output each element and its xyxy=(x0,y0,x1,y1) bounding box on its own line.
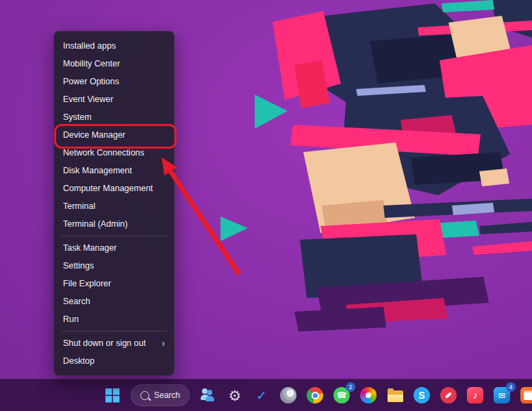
taskbar-apps: Search ⚙ ✓ ☎ 2 xyxy=(100,379,532,411)
menu-item-installed-apps[interactable]: Installed apps xyxy=(57,37,171,55)
taskbar-app-skype[interactable]: S xyxy=(409,382,434,409)
menu-item-label: Terminal (Admin) xyxy=(63,215,127,233)
menu-item-label: Installed apps xyxy=(63,37,116,55)
menu-separator xyxy=(61,236,167,236)
menu-item-network-connections[interactable]: Network Connections xyxy=(57,144,171,162)
taskbar-app-chrome[interactable] xyxy=(303,382,327,409)
music-note-icon: ♪ xyxy=(467,387,483,403)
taskbar-app-settings[interactable]: ⚙ xyxy=(223,382,247,409)
menu-item-label: Computer Management xyxy=(63,179,153,197)
gear-icon: ⚙ xyxy=(227,387,243,403)
taskbar-app-people[interactable] xyxy=(196,382,220,409)
taskbar-app-whatsapp[interactable]: ☎ 2 xyxy=(329,382,354,409)
menu-item-settings[interactable]: Settings xyxy=(57,257,171,275)
menu-item-shutdown-signout[interactable]: Shut down or sign out › xyxy=(57,334,171,352)
menu-item-file-explorer[interactable]: File Explorer xyxy=(57,275,171,292)
menu-item-label: File Explorer xyxy=(63,275,111,292)
menu-item-label: Settings xyxy=(63,257,94,275)
menu-item-task-manager[interactable]: Task Manager xyxy=(57,239,171,257)
taskbar-app-file-explorer[interactable] xyxy=(383,382,407,409)
taskbar-search-button[interactable]: Search xyxy=(131,384,190,406)
red-app-icon xyxy=(440,387,457,403)
pinwheel-icon xyxy=(360,387,377,403)
search-icon xyxy=(140,391,149,400)
folder-icon xyxy=(388,390,403,402)
menu-item-computer-management[interactable]: Computer Management xyxy=(57,179,171,197)
menu-item-mobility-center[interactable]: Mobility Center xyxy=(57,55,171,73)
chevron-right-icon: › xyxy=(162,334,165,352)
chrome-icon xyxy=(307,387,323,403)
menu-item-label: Terminal xyxy=(63,197,95,215)
search-label: Search xyxy=(154,390,180,400)
menu-item-label: Event Viewer xyxy=(63,90,113,108)
taskbar-app-photos[interactable] xyxy=(356,382,381,409)
menu-separator xyxy=(61,331,167,332)
taskbar-app-calendar[interactable] xyxy=(516,382,532,409)
menu-item-label: Device Manager xyxy=(63,126,125,144)
winx-menu: Installed apps Mobility Center Power Opt… xyxy=(53,31,175,376)
desktop: Installed apps Mobility Center Power Opt… xyxy=(0,0,532,411)
menu-item-system[interactable]: System xyxy=(57,108,171,126)
menu-item-label: Shut down or sign out xyxy=(63,334,146,352)
taskbar-app-todo[interactable]: ✓ xyxy=(249,382,274,409)
calendar-icon xyxy=(520,387,532,403)
people-icon xyxy=(200,387,216,403)
taskbar-app-copilot[interactable] xyxy=(276,382,301,409)
taskbar-app-music[interactable]: ♪ xyxy=(463,382,487,409)
whatsapp-badge: 2 xyxy=(346,382,355,392)
taskbar-app-red[interactable] xyxy=(436,382,461,409)
menu-item-label: Task Manager xyxy=(63,239,117,257)
skype-icon: S xyxy=(414,387,430,403)
taskbar-app-mail[interactable]: ✉ 4 xyxy=(490,382,514,409)
menu-item-run[interactable]: Run xyxy=(57,310,171,328)
menu-item-event-viewer[interactable]: Event Viewer xyxy=(57,90,171,108)
mail-badge: 4 xyxy=(506,382,516,392)
menu-item-terminal[interactable]: Terminal xyxy=(57,197,171,215)
menu-item-device-manager[interactable]: Device Manager xyxy=(57,126,171,144)
menu-item-label: Power Options xyxy=(63,73,119,90)
taskbar: Search ⚙ ✓ ☎ 2 xyxy=(0,379,532,411)
menu-item-label: System xyxy=(63,108,92,126)
menu-item-label: Run xyxy=(63,310,79,328)
menu-item-label: Desktop xyxy=(63,352,94,370)
menu-item-search[interactable]: Search xyxy=(57,292,171,310)
menu-item-desktop[interactable]: Desktop xyxy=(57,352,171,370)
menu-item-disk-management[interactable]: Disk Management xyxy=(57,162,171,179)
start-button[interactable] xyxy=(100,382,125,409)
menu-item-power-options[interactable]: Power Options xyxy=(57,73,171,90)
swirl-icon xyxy=(280,387,296,403)
checkmark-icon: ✓ xyxy=(253,387,270,403)
menu-item-label: Search xyxy=(63,292,90,310)
menu-item-label: Disk Management xyxy=(63,162,132,179)
menu-item-label: Network Connections xyxy=(63,144,144,162)
windows-logo-icon xyxy=(105,388,120,403)
menu-item-label: Mobility Center xyxy=(63,55,120,73)
menu-item-terminal-admin[interactable]: Terminal (Admin) xyxy=(57,215,171,233)
